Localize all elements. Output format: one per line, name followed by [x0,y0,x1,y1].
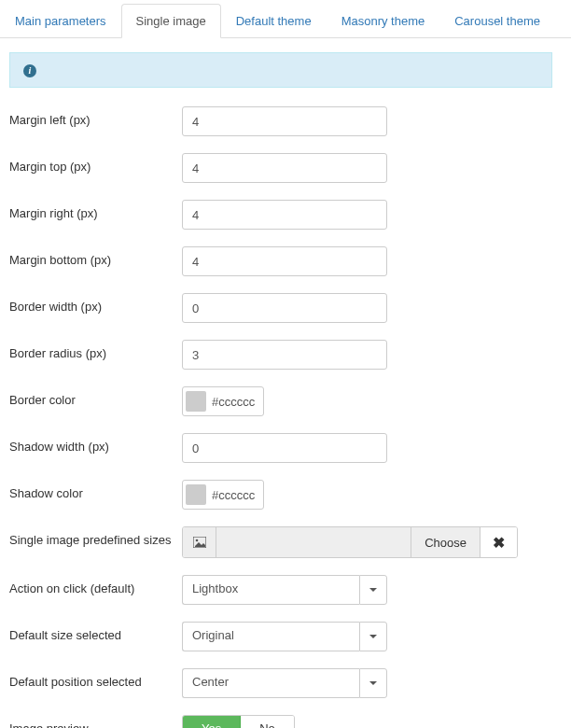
input-margin-left[interactable] [182,106,387,136]
color-picker-border[interactable]: #cccccc [182,386,264,416]
label-margin-bottom: Margin bottom (px) [9,246,182,267]
select-value-size: Original [182,622,359,651]
color-swatch-shadow [186,484,206,505]
chevron-down-icon [359,622,387,651]
color-swatch-border [186,391,206,412]
input-margin-right[interactable] [182,200,387,230]
color-value-border: #cccccc [212,395,260,409]
select-default-position[interactable]: Center [182,668,387,698]
select-action-on-click[interactable]: Lightbox [182,575,387,605]
label-image-preview: Image preview [9,715,182,728]
toggle-no[interactable]: No [241,716,294,728]
label-border-radius: Border radius (px) [9,340,182,360]
clear-button[interactable]: ✖ [480,527,517,557]
tab-panel-single-image: i Margin left (px) Margin top (px) Margi… [0,38,571,728]
select-value-action: Lightbox [182,575,359,605]
input-border-width[interactable] [182,293,387,323]
input-shadow-width[interactable] [182,433,387,463]
chevron-down-icon [359,575,387,605]
chevron-down-icon [359,668,387,698]
tab-main-parameters[interactable]: Main parameters [0,4,121,38]
toggle-yes[interactable]: Yes [183,716,241,728]
label-predefined-sizes: Single image predefined sizes [9,526,182,547]
select-default-size[interactable]: Original [182,622,387,651]
color-value-shadow: #cccccc [212,488,260,502]
label-margin-right: Margin right (px) [9,200,182,220]
label-border-width: Border width (px) [9,293,182,314]
label-default-position: Default position selected [9,668,182,689]
label-shadow-width: Shadow width (px) [9,433,182,454]
svg-point-1 [195,539,198,542]
toggle-image-preview: Yes No [182,715,295,728]
input-margin-bottom[interactable] [182,246,387,276]
input-margin-top[interactable] [182,153,387,183]
info-bar: i [9,52,552,88]
tab-default-theme[interactable]: Default theme [221,4,327,38]
info-icon: i [23,64,36,77]
color-picker-shadow[interactable]: #cccccc [182,480,264,510]
label-default-size: Default size selected [9,622,182,642]
select-value-position: Center [182,668,359,698]
label-action-on-click: Action on click (default) [9,575,182,595]
label-margin-top: Margin top (px) [9,153,182,174]
tab-single-image[interactable]: Single image [121,4,221,38]
image-icon [183,527,216,557]
choose-button[interactable]: Choose [411,527,480,557]
input-border-radius[interactable] [182,340,387,370]
tabs: Main parameters Single image Default the… [0,4,571,38]
close-icon: ✖ [493,534,505,552]
tab-carousel-theme[interactable]: Carousel theme [439,4,555,38]
label-margin-left: Margin left (px) [9,106,182,127]
chooser-display [216,527,411,557]
tab-masonry-theme[interactable]: Masonry theme [327,4,440,38]
label-border-color: Border color [9,386,182,407]
label-shadow-color: Shadow color [9,480,182,500]
chooser-predefined-sizes: Choose ✖ [182,526,518,558]
